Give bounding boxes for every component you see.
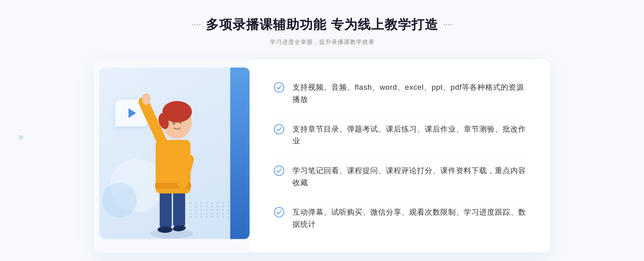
check-icon-3 [274, 165, 284, 176]
feature-item-4: 互动弹幕、试听购买、微信分享、观看次数限制、学习进度跟踪、数据统计 [274, 201, 526, 236]
illustration-panel [94, 59, 250, 252]
page-title: 多项录播课辅助功能 专为线上教学打造 [206, 16, 438, 33]
svg-point-15 [142, 93, 151, 105]
svg-point-3 [158, 226, 173, 233]
title-deco-right [444, 24, 452, 25]
check-icon-2 [274, 124, 284, 135]
features-container: 支持视频、音频、flash、word、excel、ppt、pdf等各种格式的资源… [250, 59, 550, 252]
svg-point-13 [173, 122, 175, 125]
feature-item-2: 支持章节目录、弹题考试、课后练习、课后作业、章节测验、批改作业 [274, 118, 526, 153]
feature-item-3: 学习笔记回看、课程提问、课程评论打分、课件资料下载，重点内容收藏 [274, 159, 526, 194]
svg-point-19 [274, 207, 284, 217]
illus-bg-card [99, 68, 239, 239]
feature-text-3: 学习笔记回看、课程提问、课程评论打分、课件资料下载，重点内容收藏 [292, 165, 526, 189]
chevron-left-decoration: » [18, 131, 24, 143]
person-illustration [121, 84, 223, 239]
check-icon-4 [274, 207, 284, 218]
feature-text-2: 支持章节目录、弹题考试、课后练习、课后作业、章节测验、批改作业 [292, 123, 526, 147]
page-wrapper: » 多项录播课辅助功能 专为线上教学打造 学习进度全掌握，提升录播课教学效果 [0, 0, 644, 261]
page-subtitle: 学习进度全掌握，提升录播课教学效果 [192, 38, 452, 46]
blue-side-stripe [230, 68, 250, 239]
feature-text-4: 互动弹幕、试听购买、微信分享、观看次数限制、学习进度跟踪、数据统计 [292, 206, 526, 230]
title-deco-left [192, 24, 200, 25]
title-row: 多项录播课辅助功能 专为线上教学打造 [192, 16, 452, 33]
header-section: 多项录播课辅助功能 专为线上教学打造 学习进度全掌握，提升录播课教学效果 [192, 16, 452, 46]
svg-point-16 [274, 83, 284, 92]
svg-point-18 [274, 166, 284, 176]
content-panel: 支持视频、音频、flash、word、excel、ppt、pdf等各种格式的资源… [250, 59, 550, 252]
feature-item-1: 支持视频、音频、flash、word、excel、ppt、pdf等各种格式的资源… [274, 76, 526, 111]
svg-point-17 [274, 124, 284, 134]
feature-text-1: 支持视频、音频、flash、word、excel、ppt、pdf等各种格式的资源… [292, 81, 526, 106]
check-icon-1 [274, 82, 284, 93]
svg-point-14 [179, 121, 182, 124]
main-card: 支持视频、音频、flash、word、excel、ppt、pdf等各种格式的资源… [94, 59, 550, 252]
